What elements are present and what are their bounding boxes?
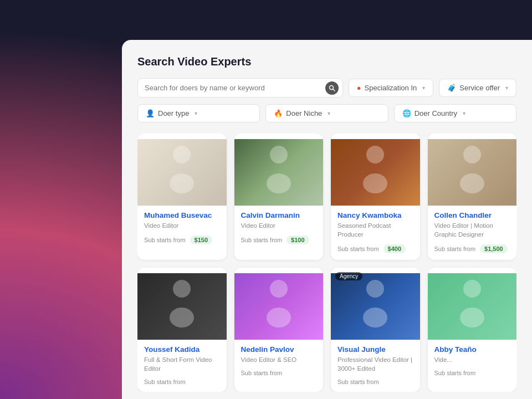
page-title: Search Video Experts	[137, 55, 516, 68]
person-silhouette	[165, 139, 198, 195]
doer-niche-filter[interactable]: 🔥 Doer Niche ▾	[265, 104, 388, 122]
card-body-muhamed: Muhamed BusevacVideo EditorSub starts fr…	[137, 206, 227, 251]
specialization-label: Specialization In	[365, 84, 417, 92]
card-photo-nedelin	[234, 273, 324, 340]
service-offer-chevron: ▾	[505, 85, 508, 91]
card-name-muhamed: Muhamed Busevac	[144, 211, 220, 219]
person-silhouette	[262, 273, 295, 329]
doer-niche-chevron: ▾	[328, 110, 330, 116]
sub-label-youssef: Sub starts from	[144, 378, 186, 385]
card-name-nancy: Nancy Kwamboka	[337, 211, 413, 219]
card-role-youssef: Full & Short Form Video Editor	[144, 355, 220, 373]
svg-point-12	[270, 280, 288, 298]
person-silhouette	[456, 273, 489, 329]
cards-grid: Muhamed BusevacVideo EditorSub starts fr…	[137, 134, 516, 392]
svg-line-1	[333, 89, 335, 90]
doer-country-chevron: ▾	[463, 110, 466, 116]
sub-label-muhamed: Sub starts from	[144, 237, 186, 243]
card-nancy[interactable]: Nancy KwambokaSeasoned Podcast ProducerS…	[331, 134, 420, 260]
sub-price-calvin: $100	[287, 236, 309, 244]
card-calvin[interactable]: Calvin DarmaninVideo EditorSub starts fr…	[234, 134, 324, 260]
doer-country-filter[interactable]: 🌐 Doer Country ▾	[394, 104, 516, 122]
svg-point-3	[170, 173, 194, 193]
card-body-abby: Abby TeañoVide...Sub starts from	[428, 340, 517, 383]
svg-point-11	[170, 308, 194, 328]
card-abby[interactable]: Abby TeañoVide...Sub starts from	[428, 268, 517, 392]
doer-niche-icon: 🔥	[274, 109, 283, 117]
card-photo-muhamed	[137, 139, 227, 206]
card-body-calvin: Calvin DarmaninVideo EditorSub starts fr…	[234, 206, 324, 251]
svg-point-2	[173, 146, 191, 163]
doer-niche-label: Doer Niche	[286, 109, 322, 117]
card-youssef[interactable]: Youssef KadidaFull & Short Form Video Ed…	[137, 268, 227, 392]
card-photo-calvin	[234, 139, 324, 206]
search-button[interactable]	[325, 81, 339, 95]
sub-label-collen: Sub starts from	[434, 245, 476, 252]
service-offer-filter[interactable]: 🧳 Service offer ▾	[439, 79, 516, 97]
card-name-nedelin: Nedelin Pavlov	[241, 345, 317, 354]
sub-label-calvin: Sub starts from	[241, 237, 283, 243]
card-role-calvin: Video Editor	[241, 221, 317, 230]
card-muhamed[interactable]: Muhamed BusevacVideo EditorSub starts fr…	[137, 134, 227, 260]
doer-type-chevron: ▾	[195, 110, 197, 116]
sub-label-nancy: Sub starts from	[337, 245, 379, 252]
service-offer-icon: 🧳	[447, 84, 456, 92]
card-collen[interactable]: Collen ChandlerVideo Editor | Motion Gra…	[428, 134, 517, 260]
card-role-visual: Professional Video Editor | 3000+ Edited	[337, 355, 413, 373]
svg-point-5	[267, 173, 291, 193]
card-sub-muhamed: Sub starts from$150	[144, 236, 220, 244]
search-input[interactable]	[137, 78, 343, 98]
svg-point-14	[366, 280, 384, 298]
card-name-collen: Collen Chandler	[434, 211, 510, 219]
sub-price-nancy: $400	[383, 244, 406, 253]
specialization-filter[interactable]: ● Specialization In ▾	[349, 79, 434, 97]
card-sub-abby: Sub starts from	[434, 370, 510, 376]
search-input-wrap	[137, 78, 343, 98]
card-visual[interactable]: Agency Visual JungleProfessional Video E…	[331, 268, 420, 392]
card-sub-nedelin: Sub starts from	[241, 370, 317, 376]
card-sub-youssef: Sub starts from	[144, 378, 220, 385]
svg-point-13	[267, 308, 291, 328]
svg-point-9	[460, 173, 484, 193]
card-name-calvin: Calvin Darmanin	[241, 211, 317, 219]
doer-type-icon: 👤	[146, 109, 155, 117]
card-name-youssef: Youssef Kadida	[144, 345, 220, 354]
sub-label-visual: Sub starts from	[337, 378, 379, 385]
card-body-nancy: Nancy KwambokaSeasoned Podcast ProducerS…	[331, 206, 420, 260]
doer-country-icon: 🌐	[402, 109, 411, 117]
svg-point-10	[173, 280, 191, 298]
card-body-nedelin: Nedelin PavlovVideo Editor & SEOSub star…	[234, 340, 324, 383]
card-nedelin[interactable]: Nedelin PavlovVideo Editor & SEOSub star…	[234, 268, 324, 392]
card-role-nancy: Seasoned Podcast Producer	[337, 221, 413, 239]
card-sub-visual: Sub starts from	[337, 378, 413, 385]
main-panel: Search Video Experts ● Specialization In…	[122, 40, 532, 399]
person-silhouette	[456, 139, 489, 195]
specialization-chevron: ▾	[422, 85, 425, 91]
card-photo-abby	[428, 273, 517, 340]
svg-point-17	[460, 308, 484, 328]
card-sub-calvin: Sub starts from$100	[241, 236, 317, 244]
specialization-icon: ●	[357, 84, 361, 92]
service-offer-label: Service offer	[459, 84, 500, 92]
svg-point-15	[363, 308, 387, 328]
card-photo-nancy	[331, 139, 420, 206]
card-body-collen: Collen ChandlerVideo Editor | Motion Gra…	[428, 206, 517, 260]
card-photo-visual	[331, 273, 420, 340]
doer-country-label: Doer Country	[415, 109, 457, 117]
sub-price-collen: $1,500	[480, 244, 508, 253]
card-photo-collen	[428, 139, 517, 206]
card-body-visual: Visual JungleProfessional Video Editor |…	[331, 340, 420, 392]
svg-point-7	[363, 173, 387, 193]
person-silhouette	[359, 273, 392, 329]
person-silhouette	[165, 273, 198, 329]
svg-point-6	[366, 146, 384, 163]
person-silhouette	[262, 139, 295, 195]
svg-point-16	[463, 280, 481, 298]
doer-type-filter[interactable]: 👤 Doer type ▾	[137, 104, 260, 122]
card-role-muhamed: Video Editor	[144, 221, 220, 230]
card-name-visual: Visual Jungle	[337, 345, 413, 354]
sub-label-nedelin: Sub starts from	[241, 370, 283, 376]
card-role-abby: Vide...	[434, 355, 510, 364]
person-silhouette	[359, 139, 392, 195]
card-photo-youssef	[137, 273, 227, 340]
